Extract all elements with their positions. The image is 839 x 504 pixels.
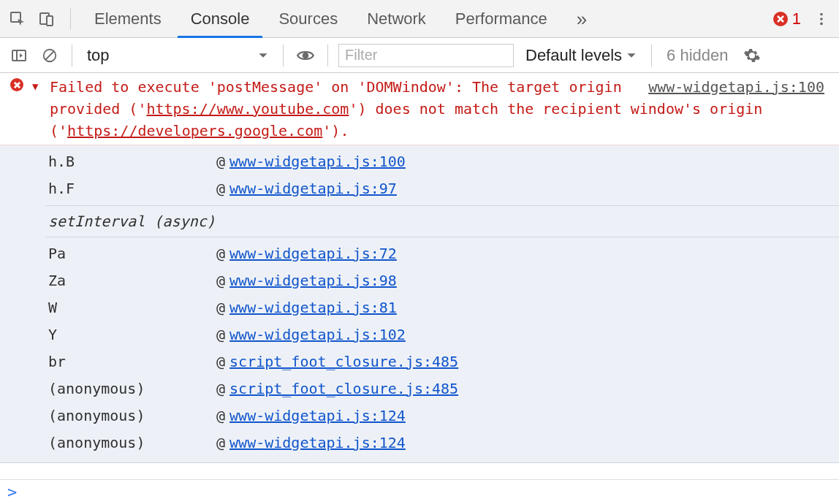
frame-function: Pa: [48, 240, 216, 267]
stack-frame: Pa@www-widgetapi.js:72: [48, 240, 839, 267]
frame-function: (anonymous): [48, 402, 216, 429]
live-expression-eye-icon[interactable]: [294, 44, 317, 67]
stack-frame: h.F@www-widgetapi.js:97: [48, 175, 839, 202]
tab-network[interactable]: Network: [354, 0, 439, 38]
kebab-menu-icon[interactable]: [808, 6, 835, 32]
divider: [283, 45, 284, 66]
async-boundary: setInterval (async): [45, 205, 839, 237]
frame-function: (anonymous): [48, 429, 216, 457]
stack-frame: Za@www-widgetapi.js:98: [48, 267, 839, 294]
stack-frame: h.B@www-widgetapi.js:100: [48, 148, 839, 175]
tab-elements[interactable]: Elements: [81, 0, 175, 38]
frame-source-link[interactable]: www-widgetapi.js:102: [229, 321, 406, 348]
frame-function: Y: [48, 321, 216, 348]
at-symbol: @: [216, 375, 225, 402]
levels-label: Default levels: [525, 46, 622, 65]
source-link[interactable]: www-widgetapi.js:100: [648, 76, 824, 98]
frame-function: br: [48, 348, 216, 375]
disclosure-triangle-icon[interactable]: ▼: [32, 79, 38, 94]
at-symbol: @: [216, 148, 225, 175]
console-settings-gear-icon[interactable]: [740, 44, 764, 67]
stack-frame: br@script_foot_closure.js:485: [48, 348, 839, 375]
console-error-entry[interactable]: ▼ www-widgetapi.js:100 Failed to execute…: [0, 73, 839, 145]
frame-source-link[interactable]: script_foot_closure.js:485: [229, 348, 458, 375]
divider: [651, 45, 652, 66]
svg-point-5: [820, 22, 823, 25]
frame-source-link[interactable]: www-widgetapi.js:81: [229, 294, 397, 321]
url-link[interactable]: https://developers.google.com: [67, 122, 322, 140]
error-icon: [773, 12, 788, 26]
stack-frame: (anonymous)@script_foot_closure.js:485: [48, 375, 839, 402]
clear-console-icon[interactable]: [38, 44, 61, 67]
device-toolbar-icon[interactable]: [34, 6, 60, 32]
toggle-sidebar-icon[interactable]: [7, 44, 31, 67]
error-message: www-widgetapi.js:100 Failed to execute '…: [32, 76, 824, 142]
console-output: ▼ www-widgetapi.js:100 Failed to execute…: [0, 73, 839, 479]
inspect-element-icon[interactable]: [4, 6, 31, 32]
url-link[interactable]: https://www.youtube.com: [146, 100, 349, 118]
error-icon: [10, 78, 23, 91]
tab-console[interactable]: Console: [178, 0, 263, 38]
at-symbol: @: [216, 402, 225, 429]
at-symbol: @: [216, 429, 225, 457]
prompt-caret-icon: >: [7, 483, 17, 501]
error-count-badge[interactable]: 1: [773, 9, 801, 28]
devtools-tabbar: Elements Console Sources Network Perform…: [0, 0, 839, 38]
at-symbol: @: [216, 321, 225, 348]
filter-input[interactable]: [338, 44, 514, 67]
svg-rect-2: [47, 16, 53, 26]
stack-frame: (anonymous)@www-widgetapi.js:124: [48, 402, 839, 429]
frame-function: h.B: [48, 148, 216, 175]
more-tabs-button[interactable]: »: [563, 0, 600, 38]
stack-frame: Y@www-widgetapi.js:102: [48, 321, 839, 348]
at-symbol: @: [216, 240, 225, 267]
frame-source-link[interactable]: script_foot_closure.js:485: [229, 375, 458, 402]
divider: [72, 45, 72, 66]
frame-function: (anonymous): [48, 375, 216, 402]
stack-trace: h.B@www-widgetapi.js:100h.F@www-widgetap…: [0, 145, 839, 463]
svg-line-9: [46, 51, 54, 59]
context-label: top: [87, 46, 110, 65]
frame-function: W: [48, 294, 216, 321]
divider: [70, 8, 71, 30]
svg-rect-6: [12, 50, 26, 61]
frame-source-link[interactable]: www-widgetapi.js:98: [229, 267, 397, 294]
console-prompt[interactable]: >: [0, 479, 839, 504]
frame-source-link[interactable]: www-widgetapi.js:100: [229, 148, 406, 175]
svg-point-4: [820, 18, 823, 20]
frame-source-link[interactable]: www-widgetapi.js:124: [229, 429, 406, 457]
at-symbol: @: [216, 294, 225, 321]
tab-performance[interactable]: Performance: [442, 0, 561, 38]
at-symbol: @: [216, 267, 225, 294]
console-toolbar: top Default levels 6 hidden: [0, 38, 839, 73]
at-symbol: @: [216, 348, 225, 375]
error-count: 1: [792, 9, 801, 28]
divider: [327, 45, 328, 66]
hidden-messages-count[interactable]: 6 hidden: [662, 46, 732, 65]
svg-point-3: [820, 12, 823, 15]
log-levels-selector[interactable]: Default levels: [521, 46, 641, 65]
frame-source-link[interactable]: www-widgetapi.js:97: [229, 175, 397, 202]
svg-point-10: [303, 53, 308, 58]
chevron-down-icon: [258, 50, 268, 61]
frame-function: Za: [48, 267, 216, 294]
frame-source-link[interactable]: www-widgetapi.js:72: [229, 240, 397, 267]
tab-sources[interactable]: Sources: [265, 0, 351, 38]
chevron-down-icon: [626, 50, 637, 61]
frame-source-link[interactable]: www-widgetapi.js:124: [229, 402, 406, 429]
frame-function: h.F: [48, 175, 216, 202]
at-symbol: @: [216, 175, 225, 202]
stack-frame: W@www-widgetapi.js:81: [48, 294, 839, 321]
execution-context-selector[interactable]: top: [83, 46, 273, 65]
stack-frame: (anonymous)@www-widgetapi.js:124: [48, 429, 839, 457]
